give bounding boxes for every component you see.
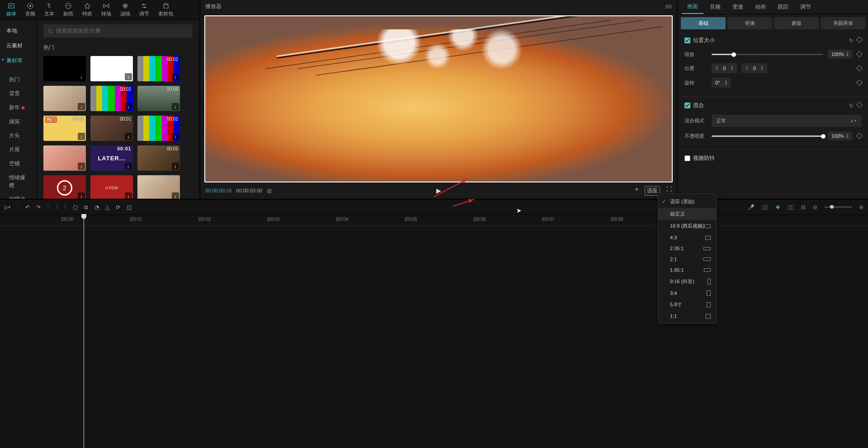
crop-target-icon[interactable]: ⌖: [635, 186, 638, 196]
rotate-input[interactable]: 0°▲▼: [712, 78, 731, 88]
undo-button[interactable]: ↶: [25, 204, 30, 210]
download-icon[interactable]: [78, 133, 85, 140]
ratio-option-9[interactable]: 5.8寸: [658, 299, 716, 311]
download-icon[interactable]: [172, 73, 179, 80]
magnet-icon[interactable]: ⌷⌷: [762, 204, 768, 210]
ratio-option-7[interactable]: 9:16 (抖音): [658, 275, 716, 288]
compare-icon[interactable]: ▦: [267, 187, 272, 194]
download-icon[interactable]: [125, 192, 132, 199]
props-subtab-3[interactable]: 美颜美体: [821, 17, 865, 29]
download-icon[interactable]: [78, 192, 85, 199]
props-tab-2[interactable]: 变速: [727, 0, 749, 14]
preview-menu-icon[interactable]: [665, 5, 672, 8]
top-tab-0[interactable]: 媒体: [2, 0, 21, 19]
top-tab-4[interactable]: 特效: [78, 0, 97, 19]
copy-button[interactable]: ⧉: [84, 204, 88, 210]
download-icon[interactable]: [78, 163, 85, 170]
zoom-slider[interactable]: [825, 206, 852, 208]
zoom-fit-icon[interactable]: ⊚: [859, 204, 863, 210]
scale-value[interactable]: 100%▲▼: [828, 50, 853, 59]
reset-icon[interactable]: ↻: [849, 103, 854, 109]
media-thumb-7[interactable]: 00:01: [90, 116, 133, 141]
lib-source-0[interactable]: 本地: [0, 23, 37, 38]
media-thumb-12[interactable]: [43, 175, 86, 199]
media-thumb-3[interactable]: 00:02: [43, 86, 86, 111]
download-icon[interactable]: [125, 103, 132, 110]
category-5[interactable]: 片尾: [0, 143, 37, 157]
mic-icon[interactable]: 🎤: [748, 204, 755, 210]
category-4[interactable]: 片头: [0, 129, 37, 143]
media-thumb-2[interactable]: 00:02: [137, 56, 180, 81]
category-2[interactable]: 新年: [0, 101, 37, 115]
redo-button[interactable]: ↷: [36, 204, 41, 210]
position-size-checkbox[interactable]: [684, 37, 690, 43]
top-tab-8[interactable]: 素材包: [154, 0, 178, 19]
lib-source-2[interactable]: 素材库: [0, 53, 37, 68]
media-thumb-8[interactable]: 00:02: [137, 116, 180, 141]
download-icon[interactable]: [78, 73, 85, 80]
link-icon[interactable]: ❖: [775, 204, 780, 210]
ratio-option-5[interactable]: 2:1: [658, 254, 716, 265]
ratio-option-8[interactable]: 3:4: [658, 288, 716, 299]
category-3[interactable]: 搞笑: [0, 115, 37, 129]
speed-button[interactable]: ◔: [94, 204, 99, 210]
keyframe-icon[interactable]: [856, 79, 863, 86]
top-tab-6[interactable]: 滤镜: [116, 0, 135, 19]
align-icon[interactable]: ⊟: [801, 204, 806, 210]
download-icon[interactable]: [172, 103, 179, 110]
snap-icon[interactable]: ⌷⌷: [788, 204, 794, 210]
ratio-option-6[interactable]: 1.85:1: [658, 265, 716, 275]
category-8[interactable]: 故障动画: [0, 192, 37, 199]
opacity-slider[interactable]: [712, 135, 823, 137]
opacity-value[interactable]: 100%▲▼: [828, 131, 853, 140]
download-icon[interactable]: [78, 103, 85, 110]
ratio-option-10[interactable]: 1:1: [658, 311, 716, 322]
download-icon[interactable]: [125, 73, 132, 80]
category-6[interactable]: 空镜: [0, 157, 37, 171]
lib-source-1[interactable]: 云素材: [0, 38, 37, 53]
playhead[interactable]: [84, 215, 84, 448]
download-icon[interactable]: [125, 133, 132, 140]
top-tab-1[interactable]: 音频: [21, 0, 40, 19]
media-thumb-4[interactable]: 00:02: [90, 86, 133, 111]
media-thumb-9[interactable]: 00:03: [43, 145, 86, 171]
search-input[interactable]: 搜索视频场景/元素: [43, 24, 193, 37]
download-icon[interactable]: [125, 163, 132, 170]
timeline-ruler[interactable]: |00:00|00:01|00:02|00:03|00:04|00:05|00:…: [0, 215, 868, 226]
split-button[interactable]: 〉〈: [56, 203, 66, 211]
position-x-input[interactable]: X0▲▼: [712, 63, 737, 73]
delete-button[interactable]: ▢: [73, 204, 78, 210]
media-thumb-0[interactable]: [43, 56, 86, 81]
category-7[interactable]: 情绪爆梗: [0, 171, 37, 192]
props-tab-1[interactable]: 音频: [704, 0, 726, 14]
top-tab-7[interactable]: 调节: [135, 0, 154, 19]
props-tab-4[interactable]: 跟踪: [772, 0, 794, 14]
ratio-option-4[interactable]: 2.35:1: [658, 243, 716, 254]
video-player[interactable]: [204, 15, 673, 182]
ratio-option-1[interactable]: 自定义: [658, 208, 716, 220]
rotate-button[interactable]: ⟳: [116, 204, 120, 210]
download-icon[interactable]: [172, 163, 179, 170]
top-tab-2[interactable]: TI文本: [40, 0, 59, 19]
top-tab-3[interactable]: 贴纸: [59, 0, 78, 19]
zoom-out-icon[interactable]: ⊖: [813, 204, 817, 210]
props-tab-0[interactable]: 画面: [682, 0, 703, 14]
crop-button[interactable]: ◫: [127, 204, 132, 210]
props-subtab-2[interactable]: 蒙版: [774, 17, 819, 29]
category-1[interactable]: 背景: [0, 87, 37, 101]
pointer-tool[interactable]: ▷▾: [5, 204, 10, 210]
position-y-input[interactable]: Y0▲▼: [741, 63, 767, 73]
media-thumb-11[interactable]: 00:05: [137, 145, 180, 171]
media-thumb-6[interactable]: 热门00:02: [43, 116, 86, 141]
play-button[interactable]: ▶: [436, 187, 441, 194]
ratio-option-2[interactable]: 16:9 (西瓜视频): [658, 220, 716, 232]
stabilize-checkbox[interactable]: [684, 155, 690, 161]
keyframe-icon[interactable]: [856, 101, 863, 107]
mirror-button[interactable]: △: [105, 204, 109, 210]
props-tab-3[interactable]: 动画: [750, 0, 771, 14]
ratio-option-0[interactable]: 适应 (原始): [658, 196, 716, 208]
props-subtab-0[interactable]: 基础: [681, 17, 726, 29]
download-icon[interactable]: [172, 133, 179, 140]
scale-slider[interactable]: [712, 54, 823, 55]
props-tab-5[interactable]: 调节: [795, 0, 816, 14]
